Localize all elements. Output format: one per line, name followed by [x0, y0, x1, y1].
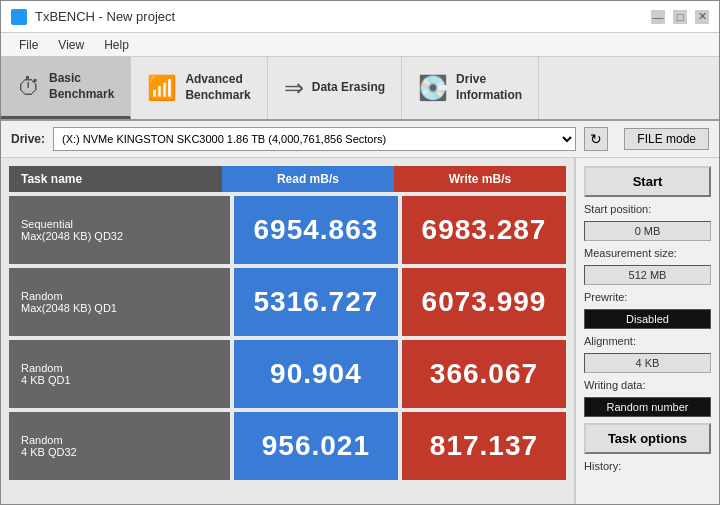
read-sequential: 6954.863 [234, 196, 398, 264]
menu-help[interactable]: Help [94, 36, 139, 54]
right-panel: Start Start position: 0 MB Measurement s… [574, 158, 719, 505]
measurement-size-label: Measurement size: [584, 247, 711, 259]
drive-information-label: DriveInformation [456, 72, 522, 103]
read-random-2048-qd1: 5316.727 [234, 268, 398, 336]
benchmark-area: Task name Read mB/s Write mB/s Sequentia… [1, 158, 574, 505]
prewrite-label: Prewrite: [584, 291, 711, 303]
start-button[interactable]: Start [584, 166, 711, 197]
writing-data-label: Writing data: [584, 379, 711, 391]
read-random-4kb-qd32: 956.021 [234, 412, 398, 480]
app-icon [11, 9, 27, 25]
main-area: Task name Read mB/s Write mB/s Sequentia… [1, 158, 719, 505]
basic-benchmark-label: BasicBenchmark [49, 71, 114, 102]
minimize-button[interactable]: — [651, 10, 665, 24]
bench-row-random-4kb-qd1: Random4 KB QD1 90.904 366.067 [9, 340, 566, 408]
task-options-button[interactable]: Task options [584, 423, 711, 454]
col-read-header: Read mB/s [222, 166, 394, 192]
write-random-4kb-qd32: 817.137 [402, 412, 566, 480]
basic-benchmark-icon: ⏱ [17, 73, 41, 101]
task-random-2048-qd1: RandomMax(2048 KB) QD1 [9, 268, 230, 336]
toolbar-basic-benchmark[interactable]: ⏱ BasicBenchmark [1, 57, 131, 119]
drive-information-icon: 💽 [418, 74, 448, 102]
measurement-size-value: 512 MB [584, 265, 711, 285]
task-sequential: SequentialMax(2048 KB) QD32 [9, 196, 230, 264]
drive-select[interactable]: (X:) NVMe KINGSTON SKC3000 1.86 TB (4,00… [53, 127, 576, 151]
toolbar-advanced-benchmark[interactable]: 📶 AdvancedBenchmark [131, 57, 267, 119]
col-task-name: Task name [9, 166, 222, 192]
bench-row-sequential: SequentialMax(2048 KB) QD32 6954.863 698… [9, 196, 566, 264]
title-bar: TxBENCH - New project — □ ✕ [1, 1, 719, 33]
toolbar: ⏱ BasicBenchmark 📶 AdvancedBenchmark ⇒ D… [1, 57, 719, 121]
bench-row-random-2048-qd1: RandomMax(2048 KB) QD1 5316.727 6073.999 [9, 268, 566, 336]
drive-bar: Drive: (X:) NVMe KINGSTON SKC3000 1.86 T… [1, 121, 719, 158]
menu-view[interactable]: View [48, 36, 94, 54]
write-sequential: 6983.287 [402, 196, 566, 264]
write-random-2048-qd1: 6073.999 [402, 268, 566, 336]
menu-file[interactable]: File [9, 36, 48, 54]
data-erasing-label: Data Erasing [312, 80, 385, 96]
writing-data-value: Random number [584, 397, 711, 417]
drive-refresh-button[interactable]: ↻ [584, 127, 608, 151]
start-position-value: 0 MB [584, 221, 711, 241]
task-random-4kb-qd32: Random4 KB QD32 [9, 412, 230, 480]
drive-label: Drive: [11, 132, 45, 146]
advanced-benchmark-icon: 📶 [147, 74, 177, 102]
prewrite-value: Disabled [584, 309, 711, 329]
write-random-4kb-qd1: 366.067 [402, 340, 566, 408]
close-button[interactable]: ✕ [695, 10, 709, 24]
bench-header: Task name Read mB/s Write mB/s [9, 166, 566, 192]
task-random-4kb-qd1: Random4 KB QD1 [9, 340, 230, 408]
read-random-4kb-qd1: 90.904 [234, 340, 398, 408]
maximize-button[interactable]: □ [673, 10, 687, 24]
alignment-value: 4 KB [584, 353, 711, 373]
file-mode-button[interactable]: FILE mode [624, 128, 709, 150]
bench-row-random-4kb-qd32: Random4 KB QD32 956.021 817.137 [9, 412, 566, 480]
window-title: TxBENCH - New project [35, 9, 175, 24]
toolbar-drive-information[interactable]: 💽 DriveInformation [402, 57, 539, 119]
col-write-header: Write mB/s [394, 166, 566, 192]
window-controls[interactable]: — □ ✕ [651, 10, 709, 24]
history-label: History: [584, 460, 711, 472]
data-erasing-icon: ⇒ [284, 74, 304, 102]
alignment-label: Alignment: [584, 335, 711, 347]
advanced-benchmark-label: AdvancedBenchmark [185, 72, 250, 103]
menu-bar: File View Help [1, 33, 719, 57]
toolbar-data-erasing[interactable]: ⇒ Data Erasing [268, 57, 402, 119]
start-position-label: Start position: [584, 203, 711, 215]
